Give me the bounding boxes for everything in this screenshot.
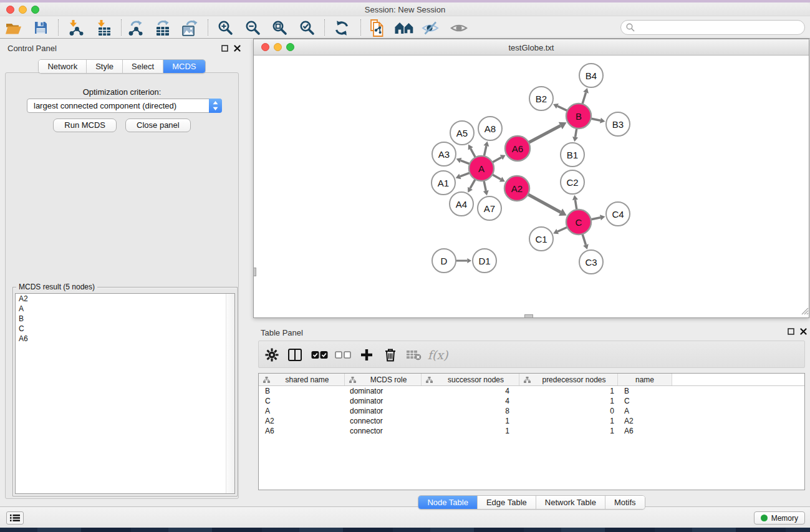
cell-mcds-role[interactable]: dominator xyxy=(345,407,422,415)
cell-predecessor-nodes[interactable]: 0 xyxy=(519,407,618,415)
table-settings-icon[interactable] xyxy=(263,346,281,364)
zoom-fit-content-icon[interactable] xyxy=(269,18,290,37)
mcds-result-item[interactable]: A2 xyxy=(16,294,234,304)
cell-name[interactable]: A6 xyxy=(618,427,672,435)
dropdown-stepper-icon[interactable] xyxy=(209,99,222,113)
delete-columns-icon[interactable] xyxy=(381,346,400,364)
delete-table-icon[interactable] xyxy=(404,346,423,364)
column-header-predecessor-nodes[interactable]: predecessor nodes xyxy=(519,374,618,385)
export-table-icon[interactable] xyxy=(152,18,173,37)
cell-shared-name[interactable]: C xyxy=(259,397,345,405)
search-input[interactable] xyxy=(635,21,804,34)
graph-node-B3[interactable]: B3 xyxy=(606,112,630,136)
float-panel-icon[interactable] xyxy=(221,44,229,52)
table-row[interactable]: A6connector11A6 xyxy=(259,426,804,436)
graph-node-A7[interactable]: A7 xyxy=(478,196,501,220)
network-canvas[interactable]: AA1A2A3A4A5A6A7A8BB1B2B3B4CC1C2C3C4DD1 xyxy=(254,56,809,317)
graph-node-A3[interactable]: A3 xyxy=(432,142,456,166)
split-divider-handle-bottom[interactable] xyxy=(524,314,533,318)
cell-shared-name[interactable]: A6 xyxy=(259,427,345,435)
split-divider-handle-left[interactable] xyxy=(253,268,256,276)
create-new-column-icon[interactable] xyxy=(357,346,376,364)
close-panel-icon[interactable] xyxy=(233,44,241,52)
graph-node-D[interactable]: D xyxy=(432,249,456,273)
table-tab-motifs[interactable]: Motifs xyxy=(605,496,645,509)
cell-predecessor-nodes[interactable]: 1 xyxy=(519,397,618,405)
cell-mcds-role[interactable]: connector xyxy=(345,427,422,435)
cell-successor-nodes[interactable]: 8 xyxy=(422,407,519,415)
cell-mcds-role[interactable]: dominator xyxy=(345,397,422,405)
graph-node-B4[interactable]: B4 xyxy=(579,64,603,87)
tab-select[interactable]: Select xyxy=(123,60,163,73)
open-session-icon[interactable] xyxy=(3,18,24,37)
graph-node-D1[interactable]: D1 xyxy=(473,249,496,273)
tab-mcds[interactable]: MCDS xyxy=(163,60,205,73)
cell-successor-nodes[interactable]: 1 xyxy=(422,417,519,425)
mcds-result-item[interactable]: C xyxy=(16,324,234,334)
cell-shared-name[interactable]: A2 xyxy=(259,417,345,425)
column-header-shared-name[interactable]: shared name xyxy=(259,374,345,385)
table-row[interactable]: A2connector11A2 xyxy=(259,416,804,426)
graph-node-C[interactable]: C xyxy=(566,210,591,235)
graph-node-B2[interactable]: B2 xyxy=(529,87,553,110)
mcds-result-item[interactable]: A6 xyxy=(16,334,234,344)
graph-node-C4[interactable]: C4 xyxy=(606,202,630,226)
graph-node-A2[interactable]: A2 xyxy=(504,176,529,201)
cell-name[interactable]: C xyxy=(618,397,672,405)
mcds-result-item[interactable]: B xyxy=(16,314,234,324)
export-network-icon[interactable] xyxy=(125,18,147,37)
deselect-all-columns-icon[interactable] xyxy=(334,346,352,364)
graph-node-A5[interactable]: A5 xyxy=(450,121,474,145)
list-scrollbar[interactable] xyxy=(226,294,234,493)
zoom-in-icon[interactable] xyxy=(215,18,236,37)
memory-button[interactable]: Memory xyxy=(754,511,805,525)
graph-node-C2[interactable]: C2 xyxy=(561,170,584,194)
run-mcds-button[interactable]: Run MCDS xyxy=(53,118,117,132)
table-row[interactable]: Cdominator41C xyxy=(259,396,804,406)
tab-network[interactable]: Network xyxy=(39,60,87,73)
cell-mcds-role[interactable]: dominator xyxy=(345,387,422,395)
graph-node-A[interactable]: A xyxy=(469,156,494,181)
cell-name[interactable]: A2 xyxy=(618,417,672,425)
column-header-successor-nodes[interactable]: successor nodes xyxy=(422,374,519,385)
window-resize-grip[interactable] xyxy=(801,306,809,317)
graph-node-B[interactable]: B xyxy=(566,104,591,128)
graph-node-C3[interactable]: C3 xyxy=(579,250,603,274)
table-tab-network-table[interactable]: Network Table xyxy=(536,496,605,509)
cell-successor-nodes[interactable]: 1 xyxy=(422,427,519,435)
close-panel-button[interactable]: Close panel xyxy=(125,118,191,132)
cell-predecessor-nodes[interactable]: 1 xyxy=(519,387,618,395)
column-header-name[interactable]: name xyxy=(618,374,672,385)
graph-node-A1[interactable]: A1 xyxy=(432,171,455,195)
save-session-icon[interactable] xyxy=(30,18,51,37)
cell-mcds-role[interactable]: connector xyxy=(345,417,422,425)
float-table-panel-icon[interactable] xyxy=(787,327,795,336)
export-image-icon[interactable] xyxy=(180,18,201,37)
import-network-from-file-icon[interactable] xyxy=(64,18,85,37)
graph-node-A6[interactable]: A6 xyxy=(505,136,530,161)
network-window-titlebar[interactable]: testGlobe.txt xyxy=(254,39,809,56)
show-panels-button[interactable] xyxy=(6,511,24,525)
optimization-criterion-dropdown[interactable]: largest connected component (directed) xyxy=(27,99,222,113)
cell-name[interactable]: B xyxy=(618,387,672,395)
show-first-neighbors-icon[interactable] xyxy=(393,18,415,37)
cell-shared-name[interactable]: B xyxy=(259,387,345,395)
hide-selected-icon[interactable] xyxy=(420,18,441,37)
table-row[interactable]: Adominator80A xyxy=(259,406,804,416)
table-row[interactable]: Bdominator41B xyxy=(259,386,804,396)
cell-predecessor-nodes[interactable]: 1 xyxy=(519,417,618,425)
apply-preferred-layout-icon[interactable] xyxy=(331,18,352,37)
graph-node-A4[interactable]: A4 xyxy=(450,192,473,216)
mcds-result-item[interactable]: A xyxy=(16,304,234,314)
cell-predecessor-nodes[interactable]: 1 xyxy=(519,427,618,435)
table-tab-node-table[interactable]: Node Table xyxy=(418,496,478,509)
zoom-selected-region-icon[interactable] xyxy=(296,18,317,37)
graph-node-B1[interactable]: B1 xyxy=(561,143,584,167)
column-header-mcds-role[interactable]: MCDS role xyxy=(345,374,422,385)
create-network-from-file-icon[interactable] xyxy=(367,18,388,37)
select-all-columns-icon[interactable] xyxy=(310,346,329,364)
close-table-panel-icon[interactable] xyxy=(799,327,808,336)
cell-name[interactable]: A xyxy=(618,407,672,415)
cell-successor-nodes[interactable]: 4 xyxy=(422,387,519,395)
table-tab-edge-table[interactable]: Edge Table xyxy=(478,496,536,509)
